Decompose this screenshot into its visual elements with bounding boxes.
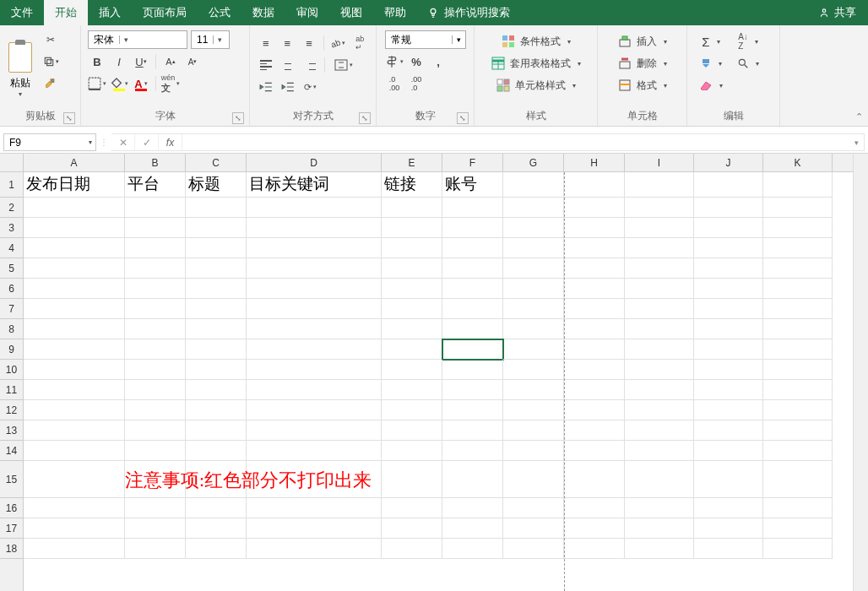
cell-I11[interactable] (625, 380, 694, 400)
cell-H13[interactable] (564, 420, 625, 441)
cell-C17[interactable] (186, 518, 247, 539)
cell-E1[interactable]: 链接 (382, 172, 442, 198)
share-button[interactable]: 共享 (806, 0, 868, 25)
find-select-button[interactable]: ▾ (730, 52, 767, 74)
cell-I17[interactable] (625, 518, 694, 539)
font-color-button[interactable]: A (132, 74, 150, 93)
number-format-combo[interactable]: 常规▾ (385, 30, 466, 49)
comma-button[interactable]: , (429, 52, 448, 71)
cell-J9[interactable] (694, 339, 763, 360)
row-header-8[interactable]: 8 (0, 319, 23, 339)
cell-G9[interactable] (503, 339, 564, 360)
cell-A4[interactable] (24, 238, 125, 258)
column-header-E[interactable]: E (382, 154, 442, 171)
column-header-A[interactable]: A (24, 154, 125, 171)
cell-J2[interactable] (694, 198, 763, 218)
cell-H7[interactable] (564, 299, 625, 319)
clear-button[interactable]: ▾ (692, 74, 730, 96)
cell-J14[interactable] (694, 441, 763, 461)
tab-file[interactable]: 文件 (0, 0, 44, 25)
font-launcher[interactable]: ⤡ (232, 112, 244, 124)
tab-home[interactable]: 开始 (44, 0, 88, 25)
cell-H4[interactable] (564, 238, 625, 258)
tab-insert[interactable]: 插入 (88, 0, 132, 25)
cell-B9[interactable] (125, 339, 186, 360)
cell-I5[interactable] (625, 258, 694, 279)
cell-C14[interactable] (186, 441, 247, 461)
row-header-16[interactable]: 16 (0, 498, 23, 518)
cell-E11[interactable] (382, 380, 442, 400)
cell-E5[interactable] (382, 258, 442, 279)
clipboard-launcher[interactable]: ⤡ (63, 112, 75, 124)
cell-H6[interactable] (564, 279, 625, 299)
align-middle-button[interactable]: ≡ (279, 34, 297, 52)
cell-I16[interactable] (625, 498, 694, 518)
cell-K7[interactable] (763, 299, 833, 319)
orientation-button-2[interactable]: ⟳ (301, 78, 319, 96)
cell-J1[interactable] (694, 172, 763, 198)
column-header-K[interactable]: K (763, 154, 833, 171)
bold-button[interactable]: B (88, 52, 106, 71)
cells-grid[interactable]: 发布日期平台标题目标关键词链接账号 (24, 172, 853, 591)
cell-H8[interactable] (564, 319, 625, 339)
cell-B2[interactable] (125, 198, 186, 218)
cell-K16[interactable] (763, 498, 833, 518)
cell-D5[interactable] (247, 258, 382, 279)
alignment-launcher[interactable]: ⤡ (359, 112, 371, 124)
cell-J6[interactable] (694, 279, 763, 299)
cell-C3[interactable] (186, 218, 247, 238)
cell-F3[interactable] (442, 218, 503, 238)
cell-I15[interactable] (625, 461, 694, 498)
align-bottom-button[interactable]: ≡ (300, 34, 318, 52)
grow-font-button[interactable]: A▴ (161, 52, 180, 71)
cell-E7[interactable] (382, 299, 442, 319)
cell-F13[interactable] (442, 420, 503, 441)
cell-E15[interactable] (382, 461, 442, 498)
cell-D12[interactable] (247, 400, 382, 420)
cell-C18[interactable] (186, 539, 247, 559)
cell-F18[interactable] (442, 539, 503, 559)
insert-function-button[interactable]: fx (159, 134, 182, 150)
cell-A12[interactable] (24, 400, 125, 420)
tell-me-search[interactable]: 操作说明搜索 (417, 0, 520, 25)
cell-G8[interactable] (503, 319, 564, 339)
cell-G15[interactable] (503, 461, 564, 498)
cell-J7[interactable] (694, 299, 763, 319)
row-header-15[interactable]: 15 (0, 461, 23, 498)
tab-page-layout[interactable]: 页面布局 (132, 0, 198, 25)
cancel-formula-button[interactable]: ✕ (111, 134, 135, 150)
cell-K12[interactable] (763, 400, 833, 420)
cell-G17[interactable] (503, 518, 564, 539)
cell-I7[interactable] (625, 299, 694, 319)
row-header-14[interactable]: 14 (0, 441, 23, 461)
cell-C11[interactable] (186, 380, 247, 400)
row-header-9[interactable]: 9 (0, 339, 23, 360)
cell-C12[interactable] (186, 400, 247, 420)
cell-F5[interactable] (442, 258, 503, 279)
align-top-button[interactable]: ≡ (257, 34, 275, 52)
sort-filter-button[interactable]: A↓Z▾ (730, 30, 767, 52)
cell-G14[interactable] (503, 441, 564, 461)
cell-H5[interactable] (564, 258, 625, 279)
cell-J13[interactable] (694, 420, 763, 441)
cell-H15[interactable] (564, 461, 625, 498)
cell-G7[interactable] (503, 299, 564, 319)
cell-E3[interactable] (382, 218, 442, 238)
cell-J4[interactable] (694, 238, 763, 258)
cell-C1[interactable]: 标题 (186, 172, 247, 198)
cell-E16[interactable] (382, 498, 442, 518)
borders-button[interactable] (88, 74, 106, 93)
cell-H18[interactable] (564, 539, 625, 559)
cell-G4[interactable] (503, 238, 564, 258)
increase-decimal-button[interactable]: .0.00 (385, 74, 404, 93)
tab-formulas[interactable]: 公式 (198, 0, 241, 25)
cell-B7[interactable] (125, 299, 186, 319)
cell-B3[interactable] (125, 218, 186, 238)
cell-D14[interactable] (247, 441, 382, 461)
cell-A6[interactable] (24, 279, 125, 299)
cell-C13[interactable] (186, 420, 247, 441)
cell-C9[interactable] (186, 339, 247, 360)
cell-K4[interactable] (763, 238, 833, 258)
italic-button[interactable]: I (110, 52, 128, 71)
cell-K9[interactable] (763, 339, 833, 360)
